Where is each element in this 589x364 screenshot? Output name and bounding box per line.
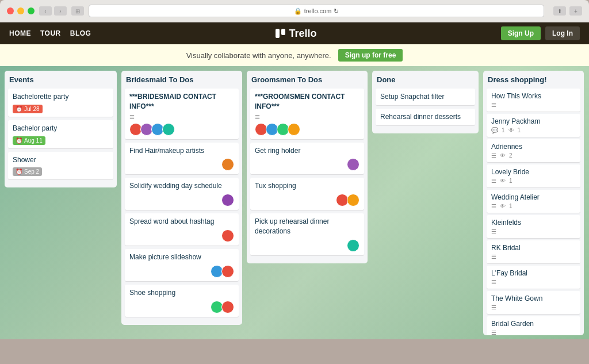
card-meta [129, 265, 234, 278]
date-text: Aug 11 [24, 137, 43, 144]
card-shower[interactable]: Shower ⏰ Sep 2 [8, 152, 113, 180]
date-badge: ⏰ Aug 11 [13, 136, 45, 145]
nav-blog[interactable]: BLOG [70, 29, 91, 37]
card-snapchat[interactable]: Setup Snapchat filter [376, 89, 475, 105]
card-meta [255, 123, 359, 136]
nav-right: Sign Up Log In [501, 26, 580, 40]
card-meta: 💬 1 👁 1 [491, 127, 576, 133]
card-bachelorette[interactable]: Bachelorette party ⏰ Jul 28 [8, 89, 113, 117]
card-title: Solidify wedding day schedule [129, 181, 234, 191]
avatar-2 [221, 265, 234, 278]
card-hashtag[interactable]: Spread word about hashtag [125, 213, 239, 246]
card-title: Bachelorette party [13, 92, 109, 102]
trello-logo: Trello [276, 28, 317, 40]
card-meta: ⏰ Sep 2 [13, 167, 109, 176]
card-title: Kleinfelds [491, 219, 576, 227]
card-ring[interactable]: Get ring holder [250, 143, 364, 175]
banner-text: Visually collaborate with anyone, anywhe… [186, 51, 331, 60]
address-bar[interactable]: 🔒 trello.com ↻ [89, 5, 544, 17]
signup-button[interactable]: Sign Up [501, 26, 541, 40]
card-bachelor[interactable]: Bachelor party ⏰ Aug 11 [8, 120, 113, 148]
list-dress-shopping: Dress shopping! How This Works ☰ Jenny P… [483, 71, 584, 335]
dress-card-jenny[interactable]: Jenny Packham 💬 1 👁 1 [487, 114, 580, 137]
dress-card-adriennes[interactable]: Adriennes ☰ 👁 2 [487, 139, 580, 162]
share-icon[interactable]: ⬆ [553, 6, 566, 16]
close-button[interactable] [7, 7, 14, 14]
list-icon: ☰ [255, 114, 260, 120]
minimize-button[interactable] [17, 7, 24, 14]
eye-icon: 👁 [508, 127, 514, 133]
board-area: Bridal Party Board 🏠 Inspiring Boards BC… [0, 66, 589, 339]
avatar-1 [221, 194, 234, 206]
card-title: Pick up rehearsal dinner decorations [255, 217, 359, 236]
traffic-lights [7, 7, 35, 14]
tab-button[interactable]: ⊞ [71, 6, 84, 16]
eye-count: 1 [518, 127, 521, 133]
back-button[interactable]: ‹ [39, 6, 52, 16]
date-badge: ⏰ Sep 2 [13, 167, 42, 176]
card-title: Spread word about hashtag [129, 217, 234, 227]
card-title: Rehearsal dinner desserts [380, 112, 471, 122]
card-tux[interactable]: Tux shopping [250, 178, 364, 210]
card-meta [129, 194, 234, 206]
dress-card-lovely-bride[interactable]: Lovely Bride ☰ 👁 1 [487, 164, 580, 187]
maximize-button[interactable] [28, 7, 35, 14]
card-rehearsal-desserts[interactable]: Rehearsal dinner desserts [376, 109, 475, 125]
comment-icon: 💬 [491, 127, 498, 133]
window-chrome: ‹ › ⊞ 🔒 trello.com ↻ ⬆ + [0, 0, 589, 22]
list-done: Done Setup Snapchat filter Rehearsal din… [372, 71, 479, 133]
list-icon: ☰ [491, 152, 496, 159]
avatar-1 [221, 229, 234, 242]
new-tab-icon[interactable]: + [569, 6, 582, 16]
list-title-events: Events [8, 75, 113, 84]
trello-wordmark: Trello [289, 28, 317, 40]
list-title-groomsmen: Groomsmen To Dos [250, 75, 364, 84]
card-shoes[interactable]: Shoe shopping [125, 285, 239, 317]
card-meta: ☰ 👁 1 [491, 203, 576, 209]
card-meta: ☰ [491, 102, 576, 108]
refresh-icon[interactable]: ↻ [334, 7, 339, 15]
card-bridesmaid-contact[interactable]: ***BRIDESMAID CONTACT INFO*** ☰ [125, 89, 239, 139]
forward-button[interactable]: › [54, 6, 67, 16]
eye-count: 2 [509, 152, 512, 159]
clock-icon: ⏰ [16, 168, 22, 175]
date-text: Jul 28 [24, 106, 40, 112]
list-title-dress: Dress shopping! [487, 75, 580, 84]
dress-card-lfay[interactable]: L'Fay Bridal ☰ [487, 266, 580, 289]
card-icons: ☰ [255, 114, 359, 120]
login-button[interactable]: Log In [545, 26, 580, 40]
date-badge: ⏰ Jul 28 [13, 105, 43, 113]
card-meta: ☰ 👁 2 [491, 152, 576, 159]
card-title: How This Works [491, 92, 576, 100]
nav-tour[interactable]: TOUR [40, 29, 61, 37]
nav-home[interactable]: HOME [9, 29, 31, 37]
dress-card-kleinfelds[interactable]: Kleinfelds ☰ [487, 215, 580, 238]
dress-card-bridal-garden[interactable]: Bridal Garden ☰ [487, 316, 580, 335]
card-meta: ☰ [491, 254, 576, 260]
banner-signup-button[interactable]: Sign up for free [338, 49, 403, 62]
dress-card-atelier[interactable]: Wedding Atelier ☰ 👁 1 [487, 190, 580, 213]
card-avatars [347, 158, 359, 171]
list-icon: ☰ [129, 114, 135, 120]
clock-icon: ⏰ [16, 137, 22, 144]
dress-card-rk[interactable]: RK Bridal ☰ [487, 240, 580, 263]
list-icon: ☰ [491, 254, 496, 260]
logo-bar-right [281, 29, 285, 35]
card-avatars [129, 123, 175, 136]
card-avatars [211, 265, 234, 278]
card-title: RK Bridal [491, 244, 576, 252]
list-icon: ☰ [491, 304, 496, 311]
card-title: Make picture slideshow [129, 252, 234, 262]
dress-card-how-works[interactable]: How This Works ☰ [487, 89, 580, 112]
card-decorations[interactable]: Pick up rehearsal dinner decorations [250, 213, 364, 255]
card-hair-makeup[interactable]: Find Hair/makeup artists [125, 143, 239, 175]
card-groomsmen-contact[interactable]: ***GROOMSMEN CONTACT INFO*** ☰ [250, 89, 364, 139]
card-meta: ☰ [491, 228, 576, 235]
card-schedule[interactable]: Solidify wedding day schedule [125, 178, 239, 210]
clock-icon: ⏰ [16, 106, 22, 112]
card-meta: ☰ [491, 304, 576, 311]
card-meta: ⏰ Jul 28 [13, 105, 109, 113]
dress-card-white-gown[interactable]: The White Gown ☰ [487, 291, 580, 314]
card-slideshow[interactable]: Make picture slideshow [125, 249, 239, 281]
card-avatars [221, 229, 234, 242]
